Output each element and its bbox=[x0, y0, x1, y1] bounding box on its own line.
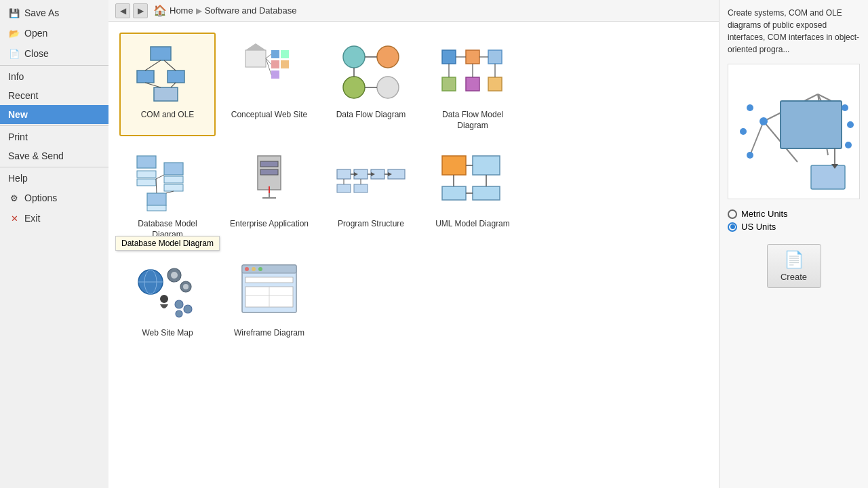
us-units-option[interactable]: US Units bbox=[728, 222, 860, 232]
diagram-card-web-site-map[interactable]: Web Site Map bbox=[119, 251, 216, 344]
divider-3 bbox=[0, 167, 108, 167]
svg-rect-0 bbox=[151, 47, 171, 60]
svg-rect-69 bbox=[442, 186, 466, 200]
sidebar-item-save-as[interactable]: 💾 Save As bbox=[0, 3, 108, 23]
svg-rect-67 bbox=[442, 156, 466, 175]
label-enterprise-application: Enterprise Application bbox=[230, 219, 309, 230]
svg-rect-109 bbox=[811, 165, 845, 189]
svg-rect-38 bbox=[137, 179, 156, 186]
svg-rect-28 bbox=[442, 77, 456, 91]
svg-rect-53 bbox=[337, 169, 351, 179]
svg-rect-41 bbox=[164, 184, 183, 191]
sidebar-item-close[interactable]: 📄 Close bbox=[0, 43, 108, 64]
breadcrumb-separator: ▶ bbox=[196, 6, 202, 16]
svg-point-19 bbox=[377, 46, 399, 68]
create-label: Create bbox=[781, 272, 807, 282]
sidebar-item-exit[interactable]: ✕ Exit bbox=[0, 208, 108, 228]
breadcrumb-current: Software and Database bbox=[205, 5, 297, 16]
svg-point-106 bbox=[842, 104, 848, 111]
right-panel: Create systems, COM and OLE diagrams of … bbox=[719, 0, 868, 488]
svg-rect-27 bbox=[488, 50, 502, 64]
svg-point-21 bbox=[377, 77, 399, 98]
svg-point-104 bbox=[740, 128, 747, 135]
thumb-uml-model-diagram bbox=[432, 147, 513, 215]
sidebar-item-options[interactable]: ⚙ Options bbox=[0, 188, 108, 208]
us-units-label: US Units bbox=[741, 222, 776, 232]
preview-description: Create systems, COM and OLE diagrams of … bbox=[728, 7, 860, 56]
open-icon: 📂 bbox=[8, 27, 20, 39]
sidebar-item-open[interactable]: 📂 Open bbox=[0, 23, 108, 43]
sidebar-item-save-send[interactable]: Save & Send bbox=[0, 146, 108, 165]
svg-rect-29 bbox=[466, 77, 479, 91]
svg-point-90 bbox=[258, 267, 262, 271]
diagram-card-data-flow-model-diagram[interactable]: Data Flow Model Diagram bbox=[425, 33, 521, 136]
forward-button[interactable]: ▶ bbox=[133, 3, 148, 18]
thumb-database-model-diagram bbox=[127, 147, 208, 215]
diagram-card-enterprise-application[interactable]: Enterprise Application bbox=[221, 142, 317, 245]
breadcrumb-home[interactable]: Home bbox=[170, 5, 193, 16]
svg-rect-39 bbox=[164, 163, 183, 175]
svg-line-17 bbox=[266, 58, 271, 75]
svg-point-18 bbox=[343, 46, 365, 68]
sidebar-item-help[interactable]: Help bbox=[0, 169, 108, 188]
label-program-structure: Program Structure bbox=[338, 219, 404, 230]
svg-rect-14 bbox=[271, 70, 279, 79]
metric-units-option[interactable]: Metric Units bbox=[728, 209, 860, 219]
svg-rect-10 bbox=[271, 50, 279, 58]
us-radio[interactable] bbox=[728, 222, 737, 232]
diagram-card-data-flow-diagram[interactable]: Data Flow Diagram bbox=[323, 33, 419, 136]
svg-rect-91 bbox=[245, 277, 293, 283]
svg-rect-3 bbox=[154, 87, 178, 101]
home-icon: 🏠 bbox=[153, 4, 167, 17]
svg-rect-63 bbox=[337, 184, 351, 192]
save-as-icon: 💾 bbox=[8, 7, 20, 19]
thumb-program-structure bbox=[330, 147, 412, 215]
close-icon: 📄 bbox=[8, 47, 20, 60]
metric-units-label: Metric Units bbox=[741, 209, 788, 219]
svg-line-7 bbox=[171, 83, 176, 87]
grid-row-3: Web Site Map bbox=[119, 251, 708, 344]
svg-point-85 bbox=[176, 310, 182, 317]
label-database-model-diagram: Database Model Diagram bbox=[125, 219, 210, 240]
diagram-card-wireframe-diagram[interactable]: Wireframe Diagram bbox=[221, 251, 317, 344]
grid-row-1: COM and OLE bbox=[119, 33, 708, 136]
diagram-card-program-structure[interactable]: Program Structure bbox=[323, 142, 419, 245]
svg-line-15 bbox=[266, 54, 271, 58]
label-data-flow-model-diagram: Data Flow Model Diagram bbox=[430, 110, 515, 131]
label-web-site-map: Web Site Map bbox=[142, 328, 193, 339]
label-data-flow-diagram: Data Flow Diagram bbox=[336, 110, 406, 121]
sidebar-item-print[interactable]: Print bbox=[0, 127, 108, 146]
label-com-ole: COM and OLE bbox=[141, 110, 195, 121]
svg-point-108 bbox=[845, 142, 852, 148]
diagram-card-conceptual-web-site[interactable]: Conceptual Web Site bbox=[221, 33, 317, 136]
svg-point-81 bbox=[183, 284, 189, 289]
create-button[interactable]: 📄 Create bbox=[767, 244, 821, 288]
back-button[interactable]: ◀ bbox=[115, 3, 130, 18]
metric-radio[interactable] bbox=[728, 209, 737, 219]
svg-marker-9 bbox=[245, 43, 266, 50]
diagram-card-com-ole[interactable]: COM and OLE bbox=[119, 33, 216, 136]
svg-rect-49 bbox=[260, 169, 278, 175]
svg-rect-2 bbox=[167, 70, 184, 83]
svg-rect-26 bbox=[466, 50, 479, 64]
svg-rect-101 bbox=[781, 101, 842, 148]
diagram-card-uml-model-diagram[interactable]: UML Model Diagram bbox=[425, 142, 521, 245]
svg-rect-13 bbox=[281, 60, 289, 68]
main-content: ◀ ▶ 🏠 Home ▶ Software and Database bbox=[108, 0, 719, 488]
svg-line-4 bbox=[145, 60, 161, 70]
thumb-enterprise-application bbox=[229, 147, 310, 215]
diagram-card-database-model-diagram[interactable]: Database Model Diagram Database Model Di… bbox=[119, 142, 216, 245]
sidebar-item-new[interactable]: New bbox=[0, 105, 108, 124]
svg-line-96 bbox=[750, 121, 764, 155]
svg-rect-64 bbox=[354, 184, 368, 192]
sidebar-item-info[interactable]: Info bbox=[0, 67, 108, 86]
thumb-data-flow-diagram bbox=[330, 38, 412, 106]
diagram-grid: COM and OLE bbox=[108, 22, 719, 488]
svg-point-88 bbox=[245, 267, 249, 271]
divider-2 bbox=[0, 125, 108, 126]
svg-point-103 bbox=[747, 104, 753, 111]
svg-rect-43 bbox=[147, 205, 166, 211]
label-uml-model-diagram: UML Model Diagram bbox=[435, 219, 510, 230]
svg-point-83 bbox=[175, 300, 183, 308]
sidebar-item-recent[interactable]: Recent bbox=[0, 86, 108, 105]
